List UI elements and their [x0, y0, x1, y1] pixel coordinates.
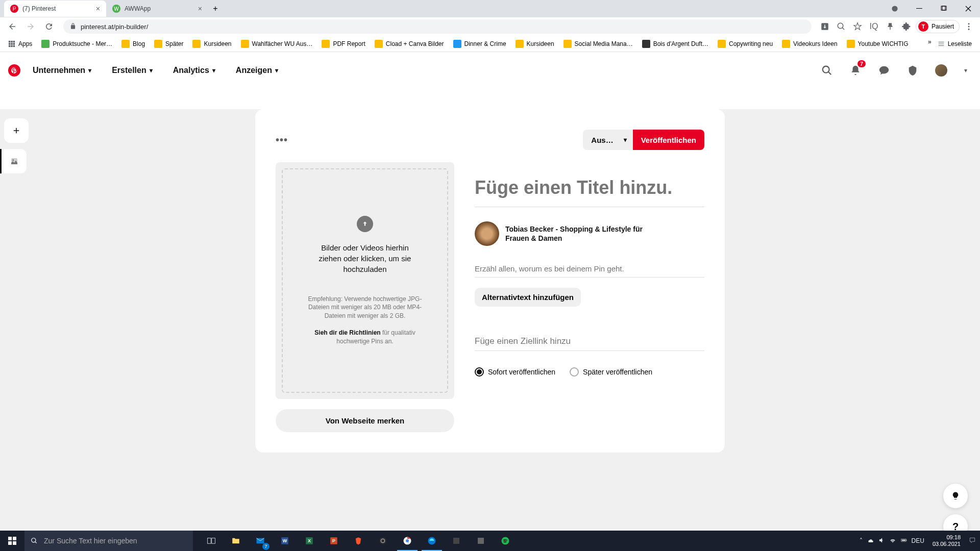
task-view-button[interactable] — [199, 531, 224, 551]
clock[interactable]: 09:18 03.06.2021 — [928, 534, 965, 547]
star-icon[interactable] — [850, 19, 865, 34]
board-selector[interactable]: Aus… ▾ — [583, 130, 632, 150]
menu-icon[interactable] — [962, 19, 976, 34]
close-tab-icon[interactable]: × — [96, 5, 100, 13]
battery-icon[interactable] — [900, 537, 908, 545]
tray-chevron-icon[interactable]: ˄ — [860, 537, 863, 544]
excel-app[interactable]: X — [297, 531, 322, 551]
edge-app[interactable] — [420, 531, 444, 551]
action-center-icon[interactable] — [969, 537, 976, 545]
start-button[interactable] — [0, 531, 24, 551]
reading-list-button[interactable]: Leseliste — [934, 38, 976, 49]
bookmark-item[interactable]: Kursideen — [511, 38, 558, 50]
file-explorer-app[interactable] — [224, 531, 248, 551]
drafts-button[interactable] — [0, 149, 27, 173]
spotify-app[interactable] — [493, 531, 518, 551]
author-row: Tobias Becker - Shopping & Lifestyle für… — [475, 221, 704, 246]
pinterest-favicon: P — [10, 5, 18, 13]
apps-button[interactable]: Apps — [4, 38, 36, 49]
zoom-icon[interactable] — [834, 19, 848, 34]
add-pin-button[interactable] — [4, 118, 29, 143]
language-indicator[interactable]: DEU — [912, 537, 924, 544]
pinterest-logo[interactable] — [8, 64, 20, 77]
bookmark-item[interactable]: Kursideen — [188, 38, 235, 50]
browser-tab-active[interactable]: P (7) Pinterest × — [4, 1, 106, 17]
svg-point-6 — [968, 26, 970, 28]
reload-button[interactable] — [41, 18, 57, 35]
notifications-icon[interactable]: 7 — [845, 60, 866, 81]
back-button[interactable] — [4, 18, 20, 35]
brave-app[interactable] — [346, 531, 371, 551]
svg-rect-9 — [11, 40, 13, 42]
close-window-button[interactable] — [957, 1, 980, 17]
destination-link-input[interactable] — [475, 332, 704, 351]
upload-text: Bilder oder Videos hierhin ziehen oder k… — [314, 242, 416, 274]
bookmark-item[interactable]: Blog — [117, 38, 149, 50]
url-text: pinterest.at/pin-builder/ — [81, 23, 148, 31]
publish-later-radio[interactable]: Später veröffentlichen — [570, 367, 652, 377]
forward-button[interactable] — [22, 18, 39, 35]
account-chevron[interactable]: ▾ — [960, 60, 972, 81]
bookmark-item[interactable]: Bois d'Argent Duft… — [638, 38, 713, 50]
radio-unchecked-icon — [570, 367, 579, 377]
new-tab-button[interactable]: + — [208, 2, 223, 16]
taskbar-search[interactable]: Zur Suche Text hier eingeben — [24, 531, 193, 551]
bookmark-item[interactable]: PDF Report — [317, 38, 369, 50]
app-generic1[interactable] — [444, 531, 469, 551]
onedrive-icon[interactable] — [867, 537, 874, 545]
avatar — [475, 221, 499, 246]
keyword-icon[interactable]: IQ — [867, 19, 881, 34]
upload-dropzone[interactable]: Bilder oder Videos hierhin ziehen oder k… — [276, 162, 454, 399]
updates-icon[interactable] — [902, 60, 923, 81]
messages-icon[interactable] — [874, 60, 894, 81]
maximize-button[interactable] — [932, 1, 955, 17]
chevron-down-icon: ▾ — [88, 67, 91, 74]
bookmark-item[interactable]: Produktsuche - Mer… — [37, 38, 116, 50]
powerpoint-app[interactable]: P — [322, 531, 346, 551]
search-icon[interactable] — [817, 60, 837, 81]
nav-company[interactable]: Unternehmen▾ — [24, 60, 100, 81]
folder-icon — [41, 40, 50, 48]
taskbar: Zur Suche Text hier eingeben 7 W X P ˄ D… — [0, 531, 980, 551]
account-dot-icon[interactable] — [883, 1, 906, 17]
pin-extension-icon[interactable] — [883, 19, 897, 34]
app-generic2[interactable] — [469, 531, 493, 551]
nav-analytics[interactable]: Analytics▾ — [165, 60, 224, 81]
obs-app[interactable] — [371, 531, 395, 551]
bookmark-item[interactable]: Cload + Canva Bilder — [371, 38, 448, 50]
address-bar: pinterest.at/pin-builder/ IQ T Pausiert — [0, 17, 980, 36]
close-tab-icon[interactable]: × — [198, 5, 202, 13]
extensions-icon[interactable] — [899, 19, 914, 34]
pin-title-input[interactable] — [475, 172, 704, 207]
publish-button[interactable]: Veröffentlichen — [633, 130, 704, 150]
save-from-web-button[interactable]: Von Webseite merken — [276, 409, 454, 432]
bookmark-item[interactable]: Videokurs Ideen — [778, 38, 842, 50]
nav-ads[interactable]: Anzeigen▾ — [228, 60, 286, 81]
bookmark-item[interactable]: Dinner & Crime — [449, 38, 510, 50]
wifi-icon[interactable] — [889, 537, 896, 545]
user-menu[interactable] — [931, 60, 951, 81]
bookmark-item[interactable]: Youtube WICHTIG — [843, 38, 913, 50]
publish-now-radio[interactable]: Sofort veröffentlichen — [475, 367, 555, 377]
alt-text-button[interactable]: Alternativtext hinzufügen — [475, 288, 581, 307]
mail-app[interactable]: 7 — [248, 531, 273, 551]
bookmark-item[interactable]: Social Media Mana… — [559, 38, 637, 50]
minimize-button[interactable] — [908, 1, 931, 17]
bookmark-item[interactable]: Später — [150, 38, 187, 50]
bookmark-item[interactable]: Wahlfächer WU Aus… — [237, 38, 317, 50]
volume-icon[interactable] — [878, 537, 885, 545]
install-icon[interactable] — [818, 19, 832, 34]
browser-tab[interactable]: W AWWApp × — [106, 1, 208, 17]
nav-create[interactable]: Erstellen▾ — [104, 60, 161, 81]
chrome-app[interactable] — [395, 531, 420, 551]
url-input[interactable]: pinterest.at/pin-builder/ — [63, 19, 812, 34]
bookmark-item[interactable]: Copywriting neu — [714, 38, 777, 50]
more-options-icon[interactable]: ••• — [276, 134, 288, 146]
pin-description-input[interactable] — [475, 260, 704, 278]
svg-point-24 — [32, 538, 36, 542]
profile-chip[interactable]: T Pausiert — [916, 20, 960, 33]
tips-button[interactable] — [943, 484, 968, 508]
bookmark-overflow[interactable]: » — [928, 38, 932, 49]
word-app[interactable]: W — [273, 531, 297, 551]
svg-rect-43 — [906, 539, 906, 540]
